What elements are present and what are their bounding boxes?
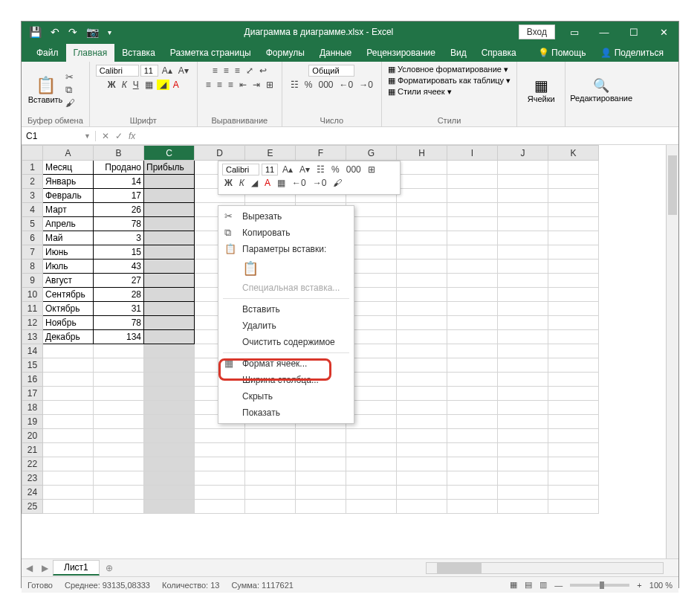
cell[interactable] xyxy=(498,471,548,486)
cell[interactable] xyxy=(43,387,94,401)
column-header[interactable]: A xyxy=(43,146,94,161)
font-size-select[interactable]: 11 xyxy=(140,65,158,77)
row-header[interactable]: 4 xyxy=(22,203,43,217)
cell[interactable] xyxy=(498,443,548,457)
cell[interactable] xyxy=(447,429,498,443)
cell[interactable] xyxy=(94,500,144,514)
row-header[interactable]: 8 xyxy=(22,260,43,274)
cell[interactable] xyxy=(346,486,397,500)
cell[interactable] xyxy=(447,344,498,358)
inc-decimal-icon[interactable]: ←0 xyxy=(337,79,356,91)
cell[interactable] xyxy=(548,443,599,457)
cell[interactable] xyxy=(447,500,498,514)
tab-data[interactable]: Данные xyxy=(312,44,359,62)
cell[interactable]: Январь xyxy=(43,175,94,189)
indent-inc-icon[interactable]: ⇥ xyxy=(250,79,262,91)
cell[interactable] xyxy=(144,217,195,231)
cell[interactable] xyxy=(397,217,447,231)
cell[interactable] xyxy=(144,443,195,457)
maximize-icon[interactable]: ☐ xyxy=(619,22,649,42)
cell[interactable] xyxy=(397,260,447,274)
mini-percent-icon[interactable]: % xyxy=(329,164,342,175)
cell[interactable] xyxy=(43,429,94,443)
cell[interactable] xyxy=(346,429,397,443)
tab-view[interactable]: Вид xyxy=(443,44,474,62)
cell[interactable] xyxy=(548,457,599,471)
align-center-icon[interactable]: ≡ xyxy=(215,79,224,91)
row-header[interactable]: 16 xyxy=(22,373,43,387)
column-header[interactable]: B xyxy=(94,146,144,161)
row-header[interactable]: 10 xyxy=(22,288,43,302)
cell[interactable] xyxy=(245,429,296,443)
cond-format-button[interactable]: ▦ Условное форматирование ▾ xyxy=(388,65,508,74)
cell[interactable] xyxy=(397,373,447,387)
row-header[interactable]: 25 xyxy=(22,500,43,514)
cell[interactable] xyxy=(94,429,144,443)
cell[interactable] xyxy=(144,203,195,217)
zoom-in-icon[interactable]: + xyxy=(637,581,641,590)
cell[interactable] xyxy=(397,245,447,260)
cell[interactable] xyxy=(548,274,599,288)
minimize-icon[interactable]: — xyxy=(589,22,619,42)
row-header[interactable]: 19 xyxy=(22,415,43,429)
mini-fill-icon[interactable]: ◢ xyxy=(249,177,260,189)
tab-review[interactable]: Рецензирование xyxy=(359,44,443,62)
cell[interactable] xyxy=(397,274,447,288)
sheet-nav-next[interactable]: ▶ xyxy=(37,563,53,573)
save-icon[interactable]: 💾 xyxy=(29,26,42,38)
row-header[interactable]: 14 xyxy=(22,344,43,358)
row-header[interactable]: 13 xyxy=(22,330,43,344)
cell[interactable] xyxy=(144,415,195,429)
cell[interactable] xyxy=(498,344,548,358)
cell[interactable] xyxy=(144,302,195,316)
row-header[interactable]: 22 xyxy=(22,457,43,471)
menu-show[interactable]: Показать xyxy=(218,405,354,421)
row-header[interactable]: 9 xyxy=(22,274,43,288)
row-header[interactable]: 20 xyxy=(22,429,43,443)
cell[interactable] xyxy=(447,161,498,175)
cell[interactable] xyxy=(144,471,195,486)
cell[interactable] xyxy=(498,260,548,274)
cell[interactable] xyxy=(94,471,144,486)
cell[interactable] xyxy=(94,344,144,358)
column-header[interactable]: D xyxy=(195,146,245,161)
cell[interactable] xyxy=(144,260,195,274)
tab-share[interactable]: 👤 Поделиться xyxy=(593,44,671,62)
sheet-nav-prev[interactable]: ◀ xyxy=(22,563,37,573)
cell[interactable]: Август xyxy=(43,274,94,288)
cell[interactable] xyxy=(498,161,548,175)
font-name-select[interactable]: Calibri xyxy=(96,65,139,77)
view-layout-icon[interactable]: ▤ xyxy=(525,580,532,590)
cell[interactable]: 78 xyxy=(94,316,144,330)
cell-styles-button[interactable]: ▦ Стили ячеек ▾ xyxy=(388,87,452,97)
cell[interactable] xyxy=(245,486,296,500)
cell[interactable] xyxy=(548,175,599,189)
cell[interactable] xyxy=(397,231,447,245)
cell[interactable] xyxy=(94,373,144,387)
cell[interactable] xyxy=(447,486,498,500)
tab-file[interactable]: Файл xyxy=(29,44,66,62)
cell[interactable] xyxy=(144,189,195,203)
cell[interactable] xyxy=(94,387,144,401)
cell[interactable] xyxy=(498,288,548,302)
cell[interactable] xyxy=(43,373,94,387)
cell[interactable] xyxy=(498,217,548,231)
cell[interactable] xyxy=(498,500,548,514)
cell[interactable] xyxy=(397,457,447,471)
cell[interactable] xyxy=(548,500,599,514)
cell[interactable] xyxy=(498,429,548,443)
cell[interactable] xyxy=(397,415,447,429)
cell[interactable] xyxy=(397,500,447,514)
cell[interactable] xyxy=(447,330,498,344)
cell[interactable] xyxy=(144,500,195,514)
border-icon[interactable]: ▦ xyxy=(143,79,155,91)
format-painter-icon[interactable]: 🖌 xyxy=(65,97,75,109)
cell[interactable] xyxy=(144,401,195,415)
merge-icon[interactable]: ⊞ xyxy=(264,79,276,91)
view-normal-icon[interactable]: ▦ xyxy=(510,580,517,590)
mini-painter-icon[interactable]: 🖌 xyxy=(331,177,344,189)
menu-delete[interactable]: Удалить xyxy=(218,318,354,334)
cell[interactable] xyxy=(397,189,447,203)
row-header[interactable]: 21 xyxy=(22,443,43,457)
cell[interactable] xyxy=(447,457,498,471)
